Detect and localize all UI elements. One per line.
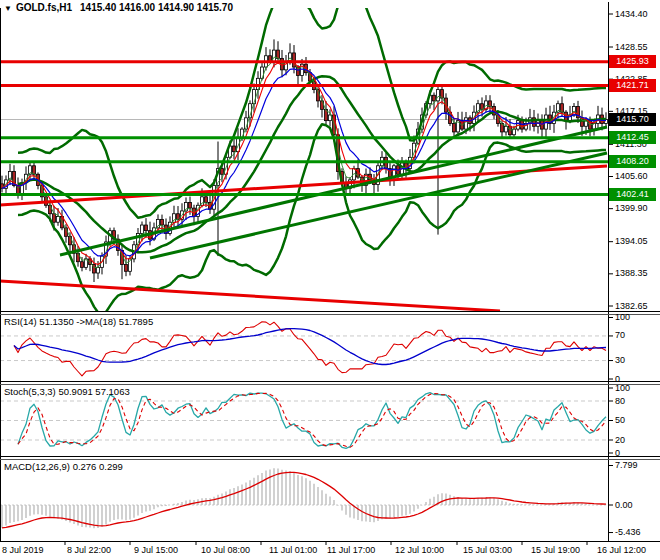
time-axis-label: 12 Jul 10:00 xyxy=(395,545,444,555)
macd-axis-label: 0.00 xyxy=(615,500,633,510)
macd-axis-label: -5.436 xyxy=(615,527,641,537)
time-axis-label: 10 Jul 08:00 xyxy=(201,545,250,555)
time-axis-label: 8 Jul 2019 xyxy=(2,545,44,555)
price-level-badge: 1425.93 xyxy=(609,55,656,68)
price-level-badge: 1402.41 xyxy=(609,188,656,201)
time-axis-label: 11 Jul 01:00 xyxy=(269,545,317,555)
rsi-axis-label: 100 xyxy=(615,312,630,322)
price-tick-label: 1405.60 xyxy=(615,171,648,181)
price-level-badge: 1421.71 xyxy=(609,79,656,92)
price-level-badge: 1412.45 xyxy=(609,131,656,144)
rsi-axis-label: 30 xyxy=(615,355,625,365)
stoch-axis-label: 20 xyxy=(615,435,625,445)
price-tick-label: 1434.40 xyxy=(615,9,648,19)
time-axis-label: 11 Jul 17:00 xyxy=(327,545,375,555)
stoch-axis-label: 80 xyxy=(615,396,625,406)
price-tick-label: 1388.35 xyxy=(615,268,648,278)
time-axis-label: 8 Jul 22:00 xyxy=(67,545,111,555)
chart-plot-area[interactable] xyxy=(0,0,608,541)
rsi-axis-label: 70 xyxy=(615,330,625,340)
stoch-axis-label: 50 xyxy=(615,415,625,425)
stoch-axis-label: 0 xyxy=(615,448,620,458)
macd-axis-label: 7.799 xyxy=(615,460,638,470)
terminal-window: ▼GOLD.fs,H11415.40 1416.00 1414.90 1415.… xyxy=(0,0,660,560)
stoch-axis-label: 100 xyxy=(615,383,630,393)
time-axis-label: 15 Jul 03:00 xyxy=(463,545,512,555)
current-price-badge: 1415.70 xyxy=(609,113,656,126)
time-axis-label: 15 Jul 19:00 xyxy=(531,545,580,555)
time-axis-label: 16 Jul 12:00 xyxy=(597,545,646,555)
price-tick-label: 1394.05 xyxy=(615,236,648,246)
price-level-badge: 1408.20 xyxy=(609,155,656,168)
price-tick-label: 1399.90 xyxy=(615,203,648,213)
price-tick-label: 1382.65 xyxy=(615,301,648,311)
price-tick-label: 1428.55 xyxy=(615,42,648,52)
time-axis-label: 9 Jul 15:00 xyxy=(134,545,178,555)
